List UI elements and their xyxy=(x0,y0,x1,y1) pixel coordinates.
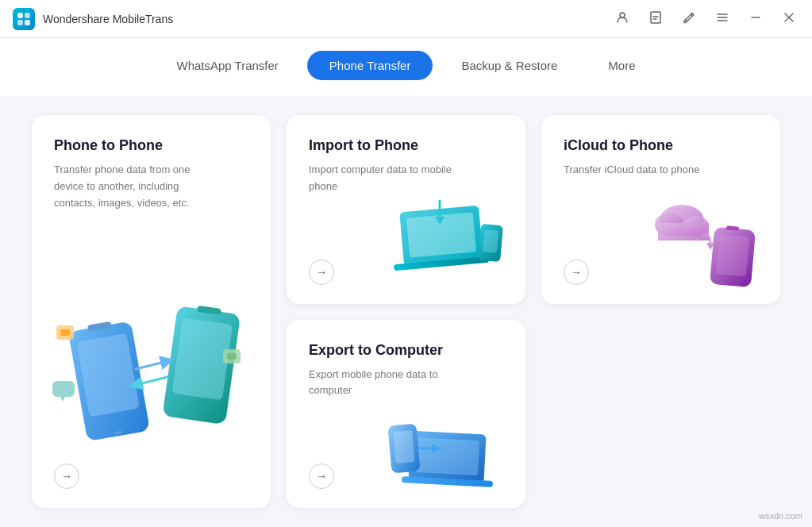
phone-to-phone-illustration xyxy=(32,270,271,460)
icloud-illustration xyxy=(641,185,768,291)
tab-phone-transfer[interactable]: Phone Transfer xyxy=(307,51,433,80)
card-import-arrow[interactable]: → xyxy=(309,260,334,285)
profile-icon[interactable] xyxy=(612,7,633,31)
card-import-title: Import to Phone xyxy=(309,137,503,154)
card-phone-to-phone[interactable]: Phone to Phone Transfer phone data from … xyxy=(32,115,271,508)
tab-backup-restore[interactable]: Backup & Restore xyxy=(439,51,579,80)
card-phone-to-phone-title: Phone to Phone xyxy=(54,137,248,154)
nav-area: WhatsApp Transfer Phone Transfer Backup … xyxy=(0,38,812,96)
title-bar: Wondershare MobileTrans xyxy=(0,0,812,38)
bookmark-icon[interactable] xyxy=(645,7,666,31)
title-bar-controls xyxy=(612,7,799,31)
svg-rect-32 xyxy=(716,234,749,276)
svg-rect-21 xyxy=(60,329,70,336)
svg-rect-2 xyxy=(17,20,23,25)
edit-icon[interactable] xyxy=(679,7,699,31)
card-export-to-computer[interactable]: Export to Computer Export mobile phone d… xyxy=(287,320,525,509)
main-content: Phone to Phone Transfer phone data from … xyxy=(0,96,812,527)
cards-grid: Phone to Phone Transfer phone data from … xyxy=(32,115,780,508)
close-icon[interactable] xyxy=(779,7,799,31)
card-export-desc: Export mobile phone data to computer xyxy=(309,367,468,400)
title-bar-left: Wondershare MobileTrans xyxy=(13,8,173,30)
card-icloud-desc: Transfer iCloud data to phone xyxy=(564,162,722,179)
svg-rect-37 xyxy=(658,223,709,240)
card-export-arrow[interactable]: → xyxy=(309,464,334,489)
svg-rect-1 xyxy=(25,13,30,18)
svg-rect-3 xyxy=(25,20,30,25)
tab-whatsapp-transfer[interactable]: WhatsApp Transfer xyxy=(154,51,300,80)
app-title: Wondershare MobileTrans xyxy=(43,13,173,25)
card-icloud-arrow[interactable]: → xyxy=(564,260,589,285)
watermark: wsxdn.com xyxy=(759,511,802,521)
card-phone-to-phone-arrow[interactable]: → xyxy=(54,464,79,489)
svg-rect-23 xyxy=(227,353,237,360)
svg-rect-40 xyxy=(415,437,479,475)
card-import-to-phone[interactable]: Import to Phone Import computer data to … xyxy=(287,115,525,304)
tab-more[interactable]: More xyxy=(586,51,657,80)
import-illustration xyxy=(386,185,513,291)
minimize-icon[interactable] xyxy=(745,7,766,31)
app-icon xyxy=(13,8,35,30)
svg-rect-43 xyxy=(393,430,414,464)
svg-point-4 xyxy=(620,13,625,17)
card-export-title: Export to Computer xyxy=(309,342,503,359)
svg-rect-30 xyxy=(483,229,498,252)
hamburger-icon[interactable] xyxy=(712,7,733,31)
card-phone-to-phone-desc: Transfer phone data from one device to a… xyxy=(54,162,213,211)
svg-rect-5 xyxy=(651,12,660,23)
export-illustration xyxy=(386,397,513,495)
svg-rect-0 xyxy=(17,13,23,18)
card-icloud-title: iCloud to Phone xyxy=(564,137,758,154)
svg-rect-24 xyxy=(52,381,75,397)
card-icloud-to-phone[interactable]: iCloud to Phone Transfer iCloud data to … xyxy=(541,115,780,304)
